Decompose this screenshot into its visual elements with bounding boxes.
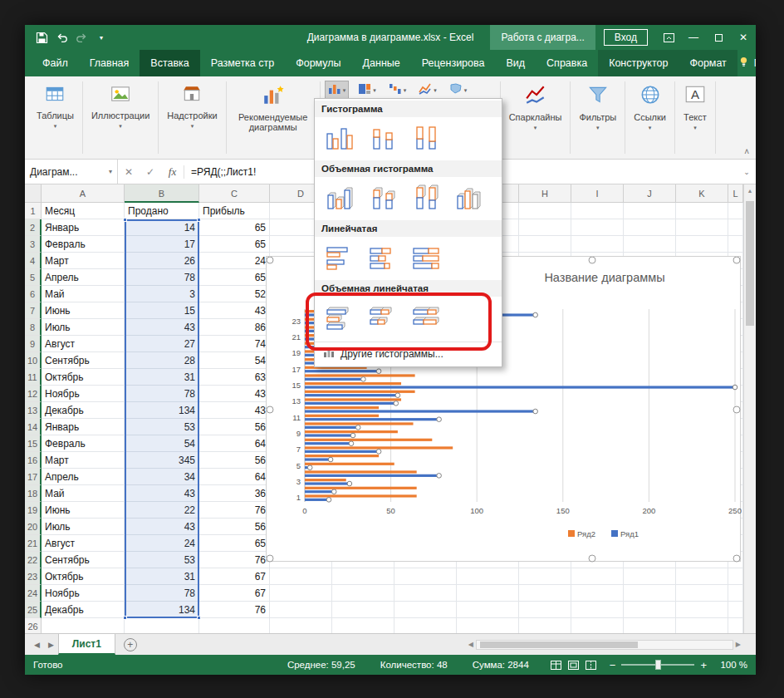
cell-C10[interactable]: 54 [199,352,270,369]
cell-A4[interactable]: Март [42,253,125,269]
bar-100-icon[interactable] [408,242,444,273]
page-break-view-icon[interactable] [586,661,596,670]
row-header-1[interactable]: 1 [25,203,42,219]
tab-help[interactable]: Справка [536,50,598,76]
name-box-chevron-icon[interactable]: ▾ [109,168,112,175]
cell-G25[interactable] [457,602,519,618]
scroll-up-icon[interactable]: ▲ [744,184,756,194]
hierarchy-chart-button[interactable]: ▾ [355,81,379,99]
cell-A18[interactable]: Май [42,485,125,502]
cell-B16[interactable]: 345 [125,452,199,469]
cell-B12[interactable]: 78 [125,386,199,402]
cell-A22[interactable]: Сентябрь [42,552,125,568]
cell-C7[interactable]: 43 [199,302,270,319]
tab-view[interactable]: Вид [495,50,536,76]
row-header-4[interactable]: 4 [25,253,42,269]
cell-B1[interactable]: Продано [125,203,199,219]
sign-in-button[interactable]: Вход [604,29,648,46]
cell-C2[interactable]: 65 [199,219,270,236]
minimize-button[interactable]: — [681,25,706,50]
bar-clustered-icon[interactable] [321,242,358,273]
cell-I23[interactable] [571,568,624,585]
cell-C17[interactable]: 64 [199,469,270,485]
cell-I25[interactable] [571,602,624,618]
horizontal-scrollbar[interactable]: ◀▶ [468,640,741,650]
row-header-8[interactable]: 8 [25,319,42,336]
customize-qat-icon[interactable]: ▼ [93,29,110,46]
cell-L2[interactable] [728,219,743,236]
bar-stacked-icon[interactable] [365,242,401,273]
row-header-17[interactable]: 17 [25,469,42,485]
cell-B22[interactable]: 53 [125,552,199,568]
page-layout-view-icon[interactable] [568,661,579,670]
cell-A16[interactable]: Март [42,452,125,469]
cell-C20[interactable]: 56 [199,519,270,535]
tab-chart-design[interactable]: Конструктор [598,50,679,76]
cell-B25[interactable]: 134 [125,602,199,618]
cell-B5[interactable]: 78 [125,269,199,286]
tables-button[interactable]: Таблицы▾ [30,78,81,157]
col3d-100-icon[interactable] [408,182,444,214]
cell-B23[interactable]: 31 [125,568,199,585]
select-all-corner[interactable] [25,184,42,203]
cell-B24[interactable]: 78 [125,585,199,602]
cell-L26[interactable] [728,618,743,633]
row-header-25[interactable]: 25 [25,602,42,618]
cell-I1[interactable] [571,203,624,219]
cell-I2[interactable] [571,219,624,236]
cell-A6[interactable]: Май [42,286,125,302]
cell-J25[interactable] [624,602,676,618]
cell-D24[interactable] [270,585,332,602]
cell-C25[interactable]: 76 [199,602,270,618]
cell-H25[interactable] [519,602,571,618]
cell-C22[interactable]: 76 [199,552,270,568]
cell-C1[interactable]: Прибыль [199,203,270,219]
links-button[interactable]: Ссылки▾ [627,78,673,157]
tab-insert[interactable]: Вставка [140,50,199,76]
bar3d-100-icon[interactable] [408,302,444,333]
recommended-charts-button[interactable]: Рекомендуемые диаграммы [228,78,318,157]
vertical-scroll-thumb[interactable] [746,201,754,326]
cell-B13[interactable]: 134 [125,402,199,419]
tell-me-button[interactable]: Помощн [737,56,756,71]
addins-button[interactable]: Надстройки▾ [160,78,223,157]
cell-A10[interactable]: Сентябрь [42,352,125,369]
zoom-slider-handle[interactable] [655,660,661,670]
zoom-slider[interactable] [621,664,694,666]
cell-C19[interactable]: 76 [199,502,270,519]
cell-C6[interactable]: 52 [199,286,270,302]
row-header-18[interactable]: 18 [25,485,42,502]
cell-C9[interactable]: 74 [199,336,270,352]
cell-A8[interactable]: Июль [42,319,125,336]
cell-J23[interactable] [624,568,676,585]
bar3d-stacked-icon[interactable] [365,302,401,333]
zoom-out-icon[interactable]: − [610,659,616,671]
cell-F25[interactable] [394,602,457,618]
line-chart-button[interactable]: ▾ [416,81,439,99]
expand-formula-bar-icon[interactable]: ⌄ [737,168,756,176]
redo-icon[interactable] [73,29,90,46]
save-icon[interactable] [33,29,50,46]
cell-K25[interactable] [676,602,728,618]
cell-H23[interactable] [519,568,571,585]
tab-data[interactable]: Данные [352,50,411,76]
text-button[interactable]: АТекст▾ [677,78,713,157]
row-header-16[interactable]: 16 [25,452,42,469]
column-header-A[interactable]: A [42,184,125,203]
horizontal-scroll-thumb[interactable] [480,641,638,648]
cell-A13[interactable]: Декабрь [42,402,125,419]
cell-C23[interactable]: 67 [199,568,270,585]
cell-B18[interactable]: 43 [125,485,199,502]
col3d-solid-icon[interactable] [451,182,488,214]
cell-D25[interactable] [270,602,332,618]
cell-K2[interactable] [676,219,728,236]
column-header-B[interactable]: B [125,184,199,203]
normal-view-icon[interactable] [551,661,561,670]
cell-K3[interactable] [676,236,728,253]
cell-B7[interactable]: 15 [125,302,199,319]
sheet-tab-list1[interactable]: Лист1 [58,634,115,655]
cell-G23[interactable] [457,568,519,585]
col-100-icon[interactable] [408,122,444,154]
row-header-3[interactable]: 3 [25,236,42,253]
cancel-icon[interactable]: ✕ [118,166,140,178]
